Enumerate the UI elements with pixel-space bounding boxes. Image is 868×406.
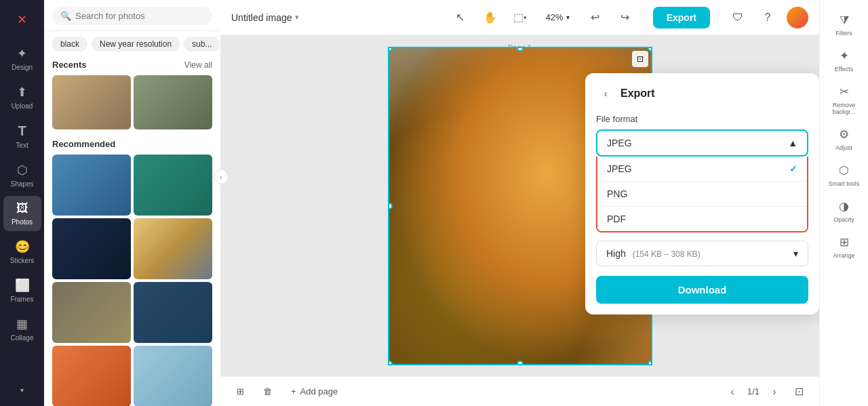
- right-tool-remove-bg[interactable]: ✂ Remove backgr...: [824, 79, 865, 121]
- document-title[interactable]: Untitled image ▾: [231, 12, 299, 23]
- help-button[interactable]: ?: [757, 7, 778, 28]
- tag-newyear[interactable]: New year resolution: [92, 37, 180, 52]
- collage-icon: ▦: [16, 317, 28, 331]
- recommended-photo-7[interactable]: [52, 346, 131, 406]
- crop-button[interactable]: ⊡: [632, 51, 648, 67]
- undo-icon: ↩: [591, 11, 599, 24]
- view-all-recents[interactable]: View all: [184, 60, 212, 70]
- format-pdf-label: PDF: [607, 214, 626, 224]
- effects-label: Effects: [835, 66, 853, 73]
- zoom-selector[interactable]: 42% ▾: [539, 9, 576, 25]
- handle-bottom-center[interactable]: [517, 361, 524, 365]
- export-button[interactable]: Export: [653, 7, 710, 28]
- panel-body: Recents View all Recommended: [44, 54, 220, 406]
- recommended-header: Recommended: [52, 139, 212, 149]
- hand-icon: ✋: [484, 11, 497, 24]
- sidebar-item-shapes[interactable]: ⬡ Shapes: [3, 157, 41, 193]
- recommended-photo-6[interactable]: [134, 282, 212, 343]
- delete-button[interactable]: 🗑: [258, 384, 277, 399]
- app-logo[interactable]: ✕: [3, 7, 41, 33]
- recommended-title: Recommended: [52, 139, 115, 149]
- title-dropdown-icon: ▾: [295, 13, 299, 22]
- user-avatar[interactable]: [787, 7, 808, 28]
- filters-icon: ⧩: [840, 14, 849, 27]
- format-option-png[interactable]: PNG: [597, 182, 807, 206]
- recommended-photo-8[interactable]: [134, 346, 212, 406]
- panel-collapse-button[interactable]: ‹: [214, 169, 229, 184]
- sidebar-item-upload[interactable]: ⬆ Upload: [3, 79, 41, 115]
- sidebar-item-label: Collage: [11, 334, 34, 342]
- right-sidebar: ⧩ Filters ✦ Effects ✂ Remove backgr... ⚙…: [819, 0, 868, 406]
- sidebar-item-collage[interactable]: ▦ Collage: [3, 311, 41, 347]
- export-panel: ‹ Export File format JPEG ▲ JPEG ✓ PNG: [585, 73, 819, 314]
- shield-button[interactable]: 🛡: [727, 7, 749, 28]
- shapes-icon: ⬡: [17, 163, 28, 178]
- checkmark-icon: ✓: [789, 163, 797, 174]
- handle-bottom-right[interactable]: [648, 361, 652, 365]
- recent-photo-1[interactable]: [52, 75, 131, 129]
- sidebar-item-photos[interactable]: 🖼 Photos: [3, 196, 41, 231]
- search-area: 🔍: [44, 0, 220, 31]
- page-indicator: 1/1: [747, 386, 760, 397]
- sidebar-item-label: Upload: [12, 102, 33, 110]
- recommended-photo-5[interactable]: [52, 282, 131, 343]
- right-tool-adjust[interactable]: ⚙ Adjust: [824, 122, 865, 157]
- add-page-button[interactable]: + Add page: [285, 384, 343, 399]
- stickers-icon: 😊: [15, 239, 30, 254]
- search-input[interactable]: [75, 11, 204, 21]
- handle-top-left[interactable]: [388, 47, 393, 52]
- quality-selector[interactable]: High (154 KB – 308 KB) ▾: [596, 241, 808, 266]
- format-option-pdf[interactable]: PDF: [597, 207, 807, 231]
- tag-sub[interactable]: sub...: [184, 37, 220, 52]
- sidebar-item-stickers[interactable]: 😊 Stickers: [3, 234, 41, 270]
- recent-photo-2[interactable]: [134, 75, 212, 129]
- frame-tool-button[interactable]: ⬚ ▾: [509, 7, 531, 28]
- recommended-photo-1[interactable]: [52, 155, 131, 216]
- sidebar-item-label: Text: [16, 142, 28, 149]
- tag-black[interactable]: black: [52, 37, 87, 52]
- frames-icon: ⬜: [15, 278, 30, 293]
- quality-label: High (154 KB – 308 KB): [606, 248, 701, 259]
- right-tool-arrange[interactable]: ⊞ Arrange: [824, 230, 865, 264]
- export-title: Export: [620, 87, 655, 100]
- search-icon: 🔍: [60, 11, 71, 21]
- left-sidebar: ✕ ✦ Design ⬆ Upload T Text ⬡ Shapes 🖼 Ph…: [0, 0, 44, 406]
- format-option-jpeg[interactable]: JPEG ✓: [597, 157, 807, 181]
- download-button[interactable]: Download: [596, 276, 808, 304]
- format-dropdown[interactable]: JPEG ▲: [596, 129, 808, 157]
- right-tool-opacity[interactable]: ◑ Opacity: [824, 194, 865, 228]
- prev-page-button[interactable]: ‹: [723, 382, 742, 401]
- select-tool-button[interactable]: ↖: [450, 7, 471, 28]
- fullscreen-button[interactable]: ⊡: [789, 382, 808, 401]
- sidebar-item-frames[interactable]: ⬜ Frames: [3, 272, 41, 308]
- next-page-button[interactable]: ›: [765, 382, 784, 401]
- right-tool-effects[interactable]: ✦ Effects: [824, 43, 865, 78]
- redo-button[interactable]: ↪: [614, 7, 636, 28]
- recommended-photo-2[interactable]: [134, 155, 212, 216]
- shield-icon: 🛡: [732, 12, 743, 24]
- sidebar-item-text[interactable]: T Text: [3, 118, 41, 155]
- search-box[interactable]: 🔍: [52, 7, 212, 25]
- export-header: ‹ Export: [596, 84, 808, 103]
- frame-dropdown-icon: ▾: [524, 14, 527, 21]
- handle-bottom-left[interactable]: [388, 361, 393, 365]
- recommended-photo-3[interactable]: [52, 218, 131, 279]
- sidebar-item-label: Stickers: [10, 257, 35, 264]
- sidebar-item-design[interactable]: ✦ Design: [3, 41, 41, 77]
- right-tool-smart[interactable]: ⬡ Smart tools: [824, 158, 865, 192]
- handle-top-right[interactable]: [648, 47, 652, 52]
- right-tool-filters[interactable]: ⧩ Filters: [824, 8, 865, 42]
- recents-grid: [52, 75, 212, 129]
- top-toolbar: Untitled image ▾ ↖ ✋ ⬚ ▾ 42% ▾ ↩ ↪ Ex: [220, 0, 819, 35]
- undo-button[interactable]: ↩: [585, 7, 606, 28]
- export-back-button[interactable]: ‹: [596, 84, 615, 103]
- grid-view-button[interactable]: ⊞: [231, 384, 250, 399]
- sidebar-item-more[interactable]: ▾: [3, 381, 41, 399]
- page-navigation: ‹ 1/1 › ⊡: [723, 382, 808, 401]
- recommended-photo-4[interactable]: [134, 218, 212, 279]
- photos-panel: 🔍 black New year resolution sub... Recen…: [44, 0, 220, 406]
- hand-tool-button[interactable]: ✋: [479, 7, 501, 28]
- sidebar-item-label: Shapes: [11, 180, 34, 188]
- bottom-toolbar: ⊞ 🗑 + Add page ‹ 1/1 › ⊡: [220, 376, 819, 406]
- adjust-label: Adjust: [835, 144, 852, 151]
